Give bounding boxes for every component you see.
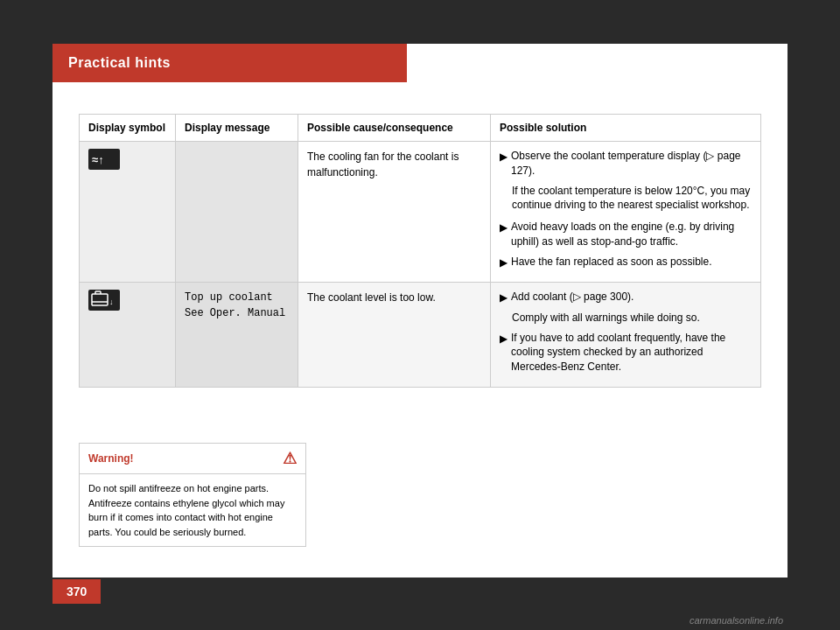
message-cell-2: Top up coolant See Oper. Manual: [176, 283, 298, 388]
cause-text-2: The coolant level is too low.: [307, 291, 436, 304]
solution-item: ▶ Add coolant (▷ page 300).: [500, 290, 752, 305]
warning-title: Warning!: [88, 452, 134, 465]
solution-text: Add coolant (▷ page 300).: [511, 290, 634, 304]
warning-box: Warning! ⚠ Do not spill antifreeze on ho…: [79, 443, 306, 547]
page-background: Practical hints Display symbol Display m…: [0, 0, 840, 630]
coolant-level-icon: ↓: [88, 290, 120, 311]
col-header-cause: Possible cause/consequence: [298, 115, 491, 142]
cause-cell-2: The coolant level is too low.: [298, 283, 491, 388]
col-header-solution: Possible solution: [491, 115, 761, 142]
solution-text-extra: Comply with all warnings while doing so.: [512, 311, 752, 326]
table-row: ↓ Top up coolant See Oper. Manual The co…: [80, 283, 761, 388]
page-number: 370: [52, 579, 101, 604]
solution-text: Have the fan replaced as soon as possibl…: [511, 255, 711, 270]
symbol-cell-2: ↓: [80, 283, 176, 388]
cause-cell-1: The cooling fan for the coolant is malfu…: [298, 142, 491, 283]
col-header-symbol: Display symbol: [80, 115, 176, 142]
col-header-message: Display message: [176, 115, 298, 142]
svg-text:↓: ↓: [109, 298, 114, 306]
solution-item: ▶ Observe the coolant temperature displa…: [500, 149, 752, 178]
bullet-icon: ▶: [500, 220, 507, 235]
solution-cell-2: ▶ Add coolant (▷ page 300). Comply with …: [491, 283, 761, 388]
bullet-icon: ▶: [500, 256, 507, 270]
solution-text: Avoid heavy loads on the engine (e.g. by…: [511, 220, 752, 249]
bullet-icon: ▶: [500, 150, 507, 164]
warning-body: Do not spill antifreeze on hot engine pa…: [80, 474, 305, 546]
bullet-icon: ▶: [500, 290, 507, 305]
solution-item: ▶ Avoid heavy loads on the engine (e.g. …: [500, 220, 752, 249]
svg-rect-2: [88, 290, 120, 311]
message-cell-1: [176, 142, 298, 283]
symbol-cell-1: ≈↑: [80, 142, 176, 283]
message-text-2: Top up coolant See Oper. Manual: [185, 291, 285, 319]
table-row: ≈↑ The cooling fan for the coolant is ma…: [80, 142, 761, 283]
warning-icon: ⚠: [283, 449, 297, 468]
svg-text:≈↑: ≈↑: [92, 153, 104, 166]
warning-header: Warning! ⚠: [80, 444, 305, 474]
watermark: carmanualsonline.info: [690, 615, 783, 626]
cooling-fan-icon: ≈↑: [88, 149, 120, 170]
solution-item: Comply with all warnings while doing so.: [500, 311, 752, 326]
table-header-row: Display symbol Display message Possible …: [80, 115, 761, 142]
solution-item: ▶ Have the fan replaced as soon as possi…: [500, 255, 752, 270]
cause-text-1: The cooling fan for the coolant is malfu…: [307, 150, 458, 178]
solution-item: If the coolant temperature is below 120°…: [500, 184, 752, 214]
solution-cell-1: ▶ Observe the coolant temperature displa…: [491, 142, 761, 283]
bullet-icon: ▶: [500, 332, 507, 346]
solution-text: If you have to add coolant frequently, h…: [511, 331, 752, 374]
header-bar: Practical hints: [52, 44, 407, 82]
header-title: Practical hints: [68, 55, 171, 71]
solution-item: ▶ If you have to add coolant frequently,…: [500, 331, 752, 374]
solution-text: Observe the coolant temperature display …: [511, 149, 752, 178]
solution-text-extra: If the coolant temperature is below 120°…: [512, 184, 752, 214]
display-table: Display symbol Display message Possible …: [79, 114, 761, 388]
